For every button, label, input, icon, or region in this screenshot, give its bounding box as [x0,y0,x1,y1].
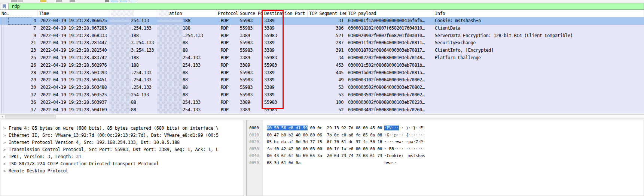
expander-icon[interactable]: > [3,146,6,153]
cell-protocol: RDP [216,17,238,25]
hex-row[interactable]: 0030fa f0 42 42 00 00 03 00 00 1f 1a e0 … [247,146,644,153]
packet-row[interactable]: 42022-04-19 19:23:28.066675254.133188RDP… [0,17,644,25]
column-header-time[interactable]: Time [37,10,109,17]
cell-src_port: 55983 [238,47,263,54]
toolbar-icon-remnant[interactable] [18,0,23,2]
hex-row[interactable]: 001000 47 b0 b2 40 00 80 06 7b 0c c0 a8 … [247,132,644,139]
detail-tree-item[interactable]: >Remote Desktop Protocol [0,168,244,175]
column-header-src_port[interactable]: Source Port [238,10,263,17]
expander-icon[interactable]: > [3,153,6,160]
packet-row[interactable]: 302022-04-19 19:23:28.503488.254.13388RD… [0,84,644,91]
cell-time: 2022-04-19 19:23:28.068333 [37,32,109,40]
hex-row[interactable]: 000000 50 56 e8 d1 99 00 0c 29 13 92 7d … [247,125,644,132]
packet-row[interactable]: 232022-04-19 19:23:28.2815403.254.13388R… [0,47,644,54]
toolbar-icon-remnant[interactable] [120,0,127,2]
cell-src_port: 55983 [238,17,263,25]
detail-tree-item[interactable]: >TPKT, Version: 3, Length: 31 [0,153,244,160]
detail-tree-item[interactable]: >Internet Protocol Version 4, Src: 192.1… [0,139,244,146]
cell-seg_len: 31 [308,17,347,25]
toolbar-icon-remnant[interactable] [70,0,75,2]
expander-icon[interactable]: > [3,125,6,132]
cell-no: 28 [0,69,37,77]
expander-icon[interactable]: > [3,168,6,175]
packet-row[interactable]: 252022-04-19 19:23:28.483742188254.133RD… [0,54,644,62]
hex-row[interactable]: 004000 43 6f 6f 6b 69 65 3a 20 6d 73 74 … [247,153,644,160]
toolbar-icon-remnant[interactable] [40,0,46,2]
cell-time: 2022-04-19 19:23:28.281540 [37,47,109,54]
column-header-no[interactable]: No. [0,10,37,17]
packet-list-header: No.TimeationProtocolSource PortDestinati… [0,10,644,17]
packet-list-hscrollbar[interactable]: ◂ [0,114,644,119]
display-filter-bar [0,3,644,10]
cell-seg_len: 53 [308,91,347,99]
cell-destination: 254.133 [157,99,216,106]
filter-bookmark-button[interactable] [0,3,9,10]
cell-no: 21 [0,39,37,47]
scrollbar-thumb[interactable] [5,115,56,118]
column-header-dst_port[interactable]: Destination Port [263,10,308,17]
cell-source: 254.133 [109,17,157,25]
scrollbar-left-arrow-icon[interactable]: ◂ [0,115,4,118]
toolbar-icon-remnant[interactable] [111,0,118,2]
packet-row[interactable]: 212022-04-19 19:23:28.2814473.254.13388R… [0,39,644,47]
packet-row[interactable]: 282022-04-19 19:23:28.503393.254.13388RD… [0,69,644,77]
expander-icon[interactable]: > [3,139,6,146]
expander-icon[interactable]: > [3,132,6,139]
cell-payload: 0300003102f08064000303eb70802… [347,76,433,84]
cell-dst_port: 3389 [263,17,308,25]
redaction-blur [157,62,183,69]
toolbar-icon-remnant[interactable] [11,0,17,2]
packet-row[interactable]: 322022-04-19 19:23:28.503525254.13388RDP… [0,91,644,99]
hex-offset: 0050 [249,160,259,167]
packet-row[interactable]: 372022-04-19 19:23:28.50416988254.133RDP… [0,106,644,114]
column-header-info[interactable]: Info [433,10,644,17]
toolbar-icon-remnant[interactable] [56,0,62,2]
toolbar-icon-remnant[interactable] [129,0,136,2]
redaction-blur [157,47,183,54]
toolbar-icon-remnant[interactable] [105,0,109,2]
display-filter-input[interactable] [9,3,644,10]
cell-info: Platform Challenge [433,54,644,62]
detail-tree-item[interactable]: >Ethernet II, Src: VMware_13:92:7d (00:0… [0,132,244,139]
packet-row[interactable]: 292022-04-19 19:23:28.503451.254.13388RD… [0,76,644,84]
cell-dst_port: 3389 [263,76,308,84]
cell-info [433,91,644,99]
detail-tree-item[interactable]: >Transmission Control Protocol, Src Port… [0,146,244,153]
cell-time: 2022-04-19 19:23:28.503393 [37,69,109,77]
hex-offset: 0010 [249,132,259,139]
cell-payload: 030001c502f08068000103eb7081b… [347,62,433,69]
column-header-source[interactable] [109,10,157,17]
cell-source: 88 [109,99,157,106]
packet-row[interactable]: 92022-04-19 19:23:28.068333188.254.133RD… [0,32,644,40]
cell-dst_port: 55983 [263,62,308,69]
detail-text: TPKT, Version: 3, Length: 31 [9,154,81,159]
column-header-destination[interactable]: ation [157,10,216,17]
cell-seg_len: 386 [308,25,347,32]
detail-tree-item[interactable]: >Frame 4: 85 bytes on wire (680 bits), 8… [0,125,244,132]
cell-dst_port: 55983 [263,54,308,62]
detail-text: Frame 4: 85 bytes on wire (680 bits), 85… [9,126,219,131]
cell-payload: 0300003502f08064000303eb70802… [347,84,433,91]
cell-payload: 0300011f02f08064000303eb70811… [347,39,433,47]
packet-row[interactable]: 72022-04-19 19:23:28.067283.254.133188RD… [0,25,644,32]
hex-ascii: h=a·· [384,160,396,167]
hex-row[interactable]: 005068 3d 61 0d 0ah=a·· [247,160,644,167]
hex-ascii: ·Cookie: mstshas [384,153,425,160]
packet-row[interactable]: 262022-04-19 19:23:28.502976188254.133RD… [0,62,644,69]
column-header-payload[interactable]: TCP payload [347,10,433,17]
detail-tree-item[interactable]: >ISO 8073/X.224 COTP Connection-Oriented… [0,160,244,168]
expander-icon[interactable]: > [3,160,6,168]
cell-destination: 254.133 [157,62,216,69]
cell-source: 88 [109,106,157,114]
cell-dst_port: 3389 [263,39,308,47]
cell-protocol: RDP [216,84,238,91]
packet-row[interactable]: 362022-04-19 19:23:28.50393788254.133RDP… [0,99,644,106]
hex-row[interactable]: 002005 bc da af 0d 3d 77 f5 0f 70 61 dc … [247,139,644,146]
cell-no: 9 [0,32,37,40]
column-header-protocol[interactable]: Protocol [216,10,238,17]
column-header-seg_len[interactable]: TCP Segment Len [308,10,347,17]
hex-selected-bytes: 00 50 56 e8 d1 99 [267,126,308,130]
cell-source: 188 [109,32,157,40]
cell-seg_len: 445 [308,69,347,77]
packet-detail-pane: >Frame 4: 85 bytes on wire (680 bits), 8… [0,120,244,196]
